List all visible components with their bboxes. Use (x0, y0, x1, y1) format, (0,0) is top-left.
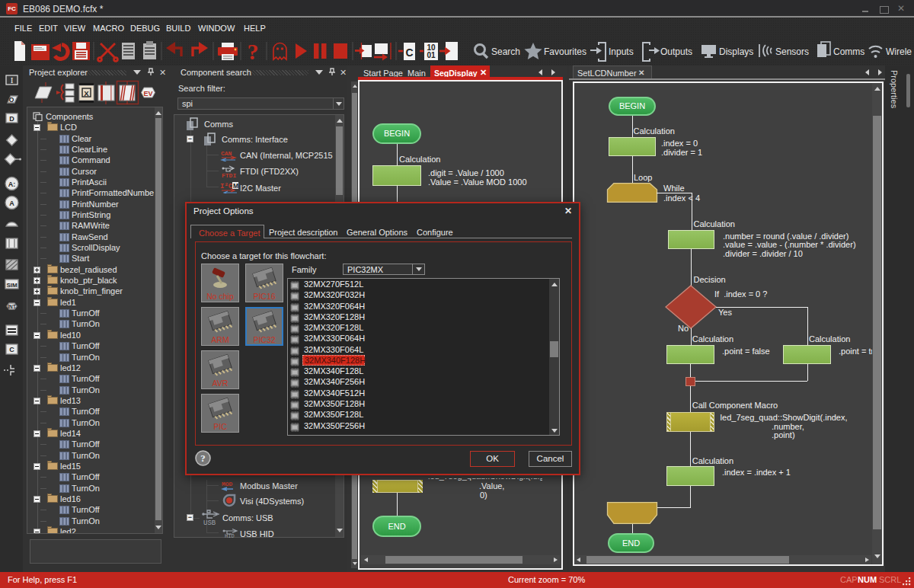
svg-text:C: C (405, 46, 413, 59)
svg-text:FTDI: FTDI (222, 172, 236, 178)
svg-text:10: 10 (427, 43, 436, 52)
svg-text:D: D (9, 115, 14, 123)
svg-text:?: ? (248, 39, 259, 64)
svg-text:?: ? (200, 452, 206, 464)
svg-text:C: C (9, 346, 14, 353)
svg-text:A:: A: (8, 181, 16, 188)
svg-text:CAN: CAN (221, 150, 232, 157)
svg-text:EV: EV (143, 90, 152, 97)
svg-text:M: M (233, 182, 238, 190)
svg-text:01: 01 (427, 51, 436, 59)
svg-text:X: X (84, 89, 89, 97)
svg-text:MOD: MOD (222, 481, 233, 487)
svg-text:HID: HID (225, 533, 235, 538)
svg-text:O: O (9, 96, 14, 104)
svg-text:INT: INT (8, 304, 16, 309)
svg-text:SIM: SIM (6, 282, 18, 289)
svg-text:USB: USB (203, 519, 216, 527)
svg-text:I: I (11, 75, 14, 85)
svg-text:A: A (9, 200, 14, 207)
